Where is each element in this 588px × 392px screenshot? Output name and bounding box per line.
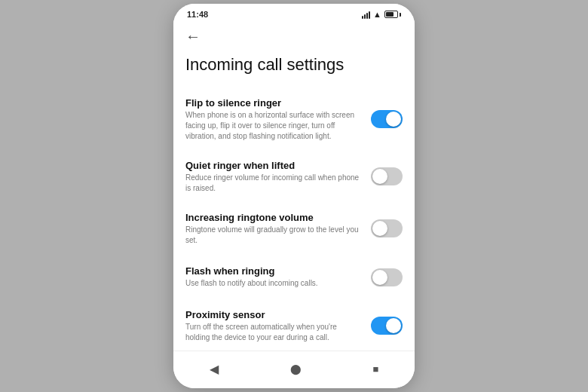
battery-icon: [384, 11, 401, 18]
setting-text-flip: Flip to silence ringer When phone is on …: [185, 97, 371, 142]
page-title: Incoming call settings: [173, 48, 415, 88]
setting-desc-flash: Use flash to notify about incoming calls…: [185, 278, 362, 289]
toggle-proximity-sensor[interactable]: [371, 317, 403, 335]
bottom-nav: ◀ ⬤ ■: [173, 351, 415, 388]
content-area: ← Incoming call settings Flip to silence…: [173, 22, 415, 351]
toggle-flash-ringing[interactable]: [371, 268, 403, 286]
setting-item-proximity: Proximity sensor Turn off the screen aut…: [173, 300, 415, 351]
toggle-knob: [386, 112, 401, 127]
status-time: 11:48: [187, 10, 208, 19]
back-button[interactable]: ←: [185, 28, 201, 44]
setting-title-increasing: Increasing ringtone volume: [185, 212, 362, 223]
setting-title-proximity: Proximity sensor: [185, 309, 362, 320]
setting-text-quiet: Quiet ringer when lifted Reduce ringer v…: [185, 160, 371, 194]
setting-desc-flip: When phone is on a horizontal surface wi…: [185, 110, 362, 142]
setting-desc-quiet: Reduce ringer volume for incoming call w…: [185, 173, 362, 194]
settings-list: Flip to silence ringer When phone is on …: [173, 88, 415, 351]
toggle-knob: [372, 270, 387, 285]
setting-desc-proximity: Turn off the screen automatically when y…: [185, 322, 362, 343]
recents-nav-icon[interactable]: ■: [361, 360, 391, 378]
setting-item-flash-ringing: Flash when ringing Use flash to notify a…: [173, 255, 415, 300]
toggle-increasing-ringtone[interactable]: [371, 219, 403, 237]
setting-title-flip: Flip to silence ringer: [185, 97, 362, 109]
signal-icon: [362, 10, 370, 19]
toggle-knob: [372, 169, 387, 184]
wifi-icon: ▲: [373, 10, 381, 19]
phone-frame: 11:48 ▲ ← Incoming c: [173, 4, 415, 388]
setting-text-flash: Flash when ringing Use flash to notify a…: [185, 265, 371, 289]
setting-title-quiet: Quiet ringer when lifted: [185, 160, 362, 171]
setting-item-flip-to-silence: Flip to silence ringer When phone is on …: [173, 88, 415, 151]
setting-text-proximity: Proximity sensor Turn off the screen aut…: [185, 309, 371, 343]
toggle-flip-to-silence[interactable]: [371, 110, 403, 128]
setting-item-quiet-ringer: Quiet ringer when lifted Reduce ringer v…: [173, 151, 415, 203]
toggle-knob: [372, 221, 387, 236]
setting-text-increasing: Increasing ringtone volume Ringtone volu…: [185, 212, 371, 246]
setting-item-increasing-ringtone: Increasing ringtone volume Ringtone volu…: [173, 203, 415, 255]
toggle-knob: [386, 318, 401, 333]
setting-desc-increasing: Ringtone volume will gradually grow to t…: [185, 225, 362, 246]
top-nav: ←: [173, 22, 415, 48]
status-icons: ▲: [362, 10, 401, 19]
toggle-quiet-ringer[interactable]: [371, 167, 403, 185]
back-nav-icon[interactable]: ◀: [198, 359, 231, 379]
status-bar: 11:48 ▲: [173, 4, 415, 22]
setting-title-flash: Flash when ringing: [185, 265, 362, 277]
home-nav-icon[interactable]: ⬤: [278, 360, 314, 378]
